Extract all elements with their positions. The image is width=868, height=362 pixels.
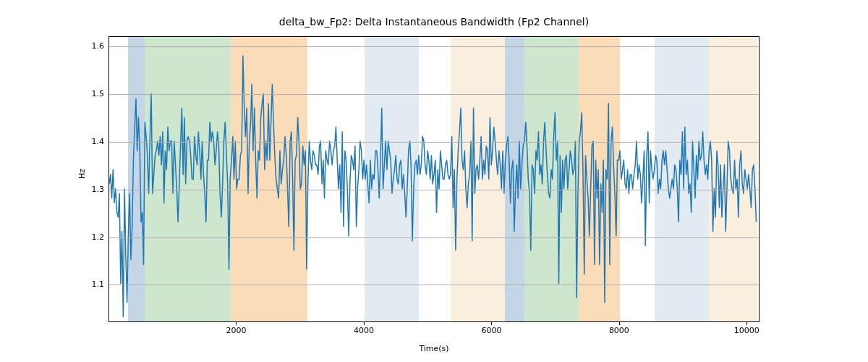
x-axis-label: Time(s) — [109, 344, 760, 353]
chart-container — [109, 36, 760, 322]
y-tick-label: 1.1 — [75, 279, 104, 289]
y-tick-label: 1.5 — [75, 89, 104, 98]
y-tick — [109, 237, 109, 238]
line-series — [109, 37, 759, 321]
x-tick-label: 4000 — [354, 326, 374, 335]
y-tick — [109, 285, 109, 285]
y-tick — [109, 46, 109, 47]
grid-line — [109, 94, 759, 95]
y-tick — [109, 190, 109, 190]
grid-line — [109, 285, 759, 285]
x-tick-label: 10000 — [734, 326, 760, 335]
y-tick — [109, 142, 109, 143]
grid-line — [109, 237, 759, 238]
grid-line — [109, 142, 759, 143]
x-tick — [491, 322, 492, 325]
y-tick-label: 1.3 — [75, 184, 104, 193]
x-tick — [619, 322, 620, 325]
x-tick — [364, 322, 365, 325]
grid-line — [109, 190, 759, 190]
plot-area — [109, 36, 760, 322]
x-tick-label: 2000 — [226, 326, 246, 335]
x-tick-label: 6000 — [481, 326, 501, 335]
x-tick — [746, 322, 747, 325]
x-tick-label: 8000 — [609, 326, 629, 335]
y-tick-label: 1.2 — [75, 232, 104, 241]
x-tick — [236, 322, 237, 325]
chart-title: delta_bw_Fp2: Delta Instantaneous Bandwi… — [109, 16, 760, 28]
y-axis-label: Hz — [77, 169, 87, 179]
y-tick-label: 1.4 — [75, 136, 104, 146]
y-tick — [109, 94, 109, 95]
grid-line — [109, 46, 759, 47]
y-tick-label: 1.6 — [75, 41, 104, 51]
